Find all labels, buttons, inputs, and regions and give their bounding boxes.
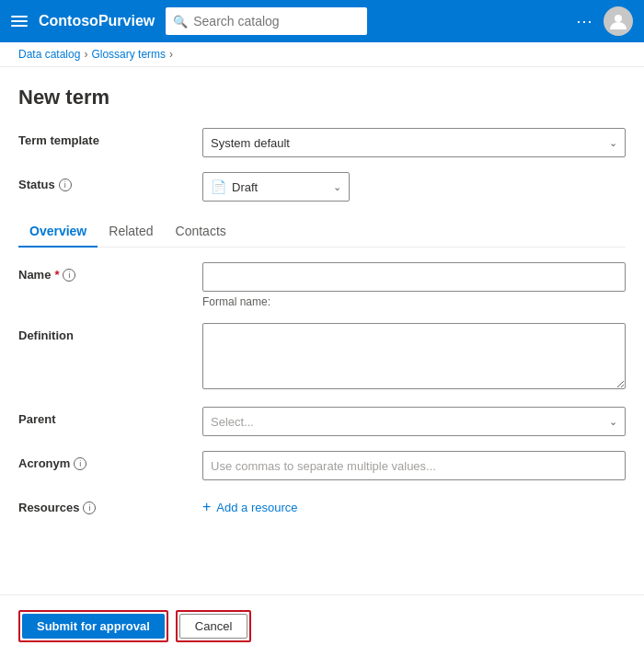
definition-control	[202, 323, 626, 392]
parent-dropdown[interactable]: Select... ⌄	[202, 407, 626, 436]
resources-info-icon[interactable]: i	[83, 501, 96, 514]
status-chevron-icon: ⌄	[333, 181, 341, 193]
tabs: Overview Related Contacts	[18, 216, 626, 248]
parent-control: Select... ⌄	[202, 407, 626, 436]
term-template-dropdown[interactable]: System default ⌄	[202, 128, 626, 157]
resources-row: Resources i + Add a resource	[18, 495, 626, 519]
tab-related[interactable]: Related	[98, 216, 164, 248]
name-input[interactable]	[202, 262, 626, 292]
avatar[interactable]	[604, 6, 633, 36]
resources-label: Resources i	[18, 495, 202, 514]
status-info-icon[interactable]: i	[59, 179, 72, 191]
acronym-control	[202, 451, 626, 480]
status-row: Status i 📄 Draft ⌄	[18, 172, 626, 202]
name-label: Name * i	[18, 262, 202, 282]
plus-icon: +	[202, 499, 211, 515]
svg-point-3	[615, 15, 622, 22]
breadcrumb-sep-1: ›	[84, 48, 87, 61]
search-icon: 🔍	[173, 15, 188, 29]
cancel-btn-wrapper: Cancel	[176, 610, 251, 642]
submit-btn-wrapper: Submit for approval	[18, 610, 168, 642]
status-control: 📄 Draft ⌄	[202, 172, 626, 202]
acronym-label: Acronym i	[18, 451, 202, 470]
svg-rect-0	[11, 16, 28, 17]
page-title: New term	[18, 86, 626, 110]
app-title: ContosoPurview	[39, 13, 155, 29]
formal-name-label: Formal name:	[202, 295, 626, 308]
name-control: Formal name:	[202, 262, 626, 308]
parent-chevron-icon: ⌄	[609, 416, 617, 428]
breadcrumb-glossary-terms[interactable]: Glossary terms	[91, 48, 166, 61]
svg-rect-1	[11, 20, 28, 22]
add-resource-button[interactable]: + Add a resource	[202, 495, 298, 519]
more-options-button[interactable]: ⋯	[576, 11, 592, 31]
status-value: Draft	[232, 180, 328, 194]
term-template-row: Term template System default ⌄	[18, 128, 626, 157]
definition-input[interactable]	[202, 323, 626, 389]
breadcrumb-sep-2: ›	[169, 48, 173, 61]
footer: Submit for approval Cancel	[0, 594, 644, 657]
acronym-input[interactable]	[202, 451, 626, 480]
resources-control: + Add a resource	[202, 495, 626, 519]
search-box[interactable]: 🔍	[166, 7, 367, 35]
definition-label: Definition	[18, 323, 202, 342]
name-row: Name * i Formal name:	[18, 262, 626, 308]
name-info-icon[interactable]: i	[63, 269, 75, 282]
term-template-label: Term template	[18, 128, 202, 147]
tab-overview[interactable]: Overview	[18, 216, 98, 248]
tab-contacts[interactable]: Contacts	[165, 216, 237, 248]
add-resource-label: Add a resource	[216, 501, 297, 514]
status-dropdown[interactable]: 📄 Draft ⌄	[202, 172, 350, 202]
definition-row: Definition	[18, 323, 626, 392]
draft-doc-icon: 📄	[211, 179, 226, 194]
chevron-down-icon: ⌄	[609, 137, 617, 149]
breadcrumb-data-catalog[interactable]: Data catalog	[18, 48, 80, 61]
submit-for-approval-button[interactable]: Submit for approval	[22, 614, 165, 639]
parent-placeholder: Select...	[211, 415, 254, 429]
status-label: Status i	[18, 172, 202, 191]
breadcrumb: Data catalog › Glossary terms ›	[0, 42, 644, 67]
svg-rect-2	[11, 25, 28, 27]
parent-label: Parent	[18, 407, 202, 426]
hamburger-menu[interactable]	[11, 13, 28, 29]
name-required: *	[54, 268, 59, 282]
acronym-row: Acronym i	[18, 451, 626, 480]
acronym-info-icon[interactable]: i	[74, 457, 86, 470]
search-input[interactable]	[193, 14, 360, 29]
term-template-control: System default ⌄	[202, 128, 626, 157]
term-template-value: System default	[211, 136, 290, 150]
main-content: New term Term template System default ⌄ …	[0, 67, 644, 519]
parent-row: Parent Select... ⌄	[18, 407, 626, 436]
topbar: ContosoPurview 🔍 ⋯	[0, 0, 644, 42]
cancel-button[interactable]: Cancel	[179, 614, 247, 639]
